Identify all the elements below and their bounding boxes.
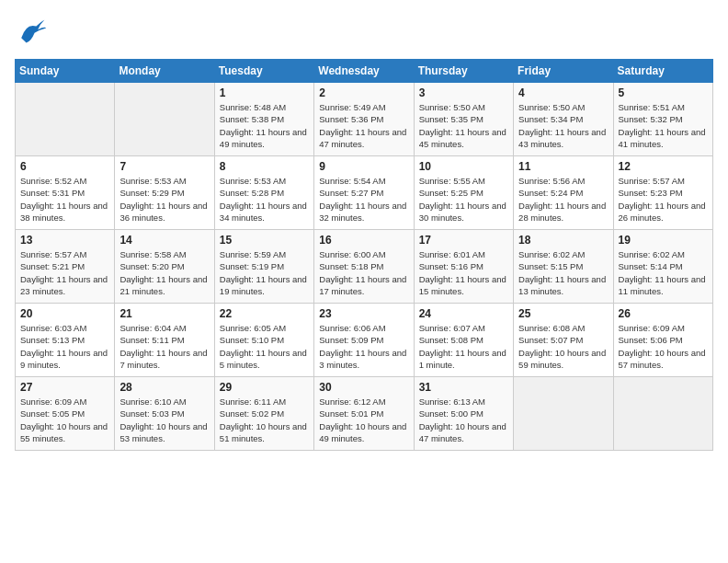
day-number: 29 — [220, 381, 309, 394]
calendar-cell: 7Sunrise: 5:53 AMSunset: 5:29 PMDaylight… — [115, 156, 214, 230]
calendar-cell: 12Sunrise: 5:57 AMSunset: 5:23 PMDayligh… — [613, 156, 712, 230]
weekday-header-friday: Friday — [514, 60, 613, 83]
day-info: Sunrise: 6:09 AMSunset: 5:05 PMDaylight:… — [20, 396, 109, 444]
day-number: 22 — [220, 307, 309, 320]
day-info: Sunrise: 5:53 AMSunset: 5:29 PMDaylight:… — [119, 175, 209, 224]
day-info: Sunrise: 5:57 AMSunset: 5:21 PMDaylight:… — [20, 248, 109, 297]
day-number: 6 — [20, 160, 109, 173]
calendar-week-row: 6Sunrise: 5:52 AMSunset: 5:31 PMDaylight… — [16, 156, 713, 230]
day-number: 31 — [419, 381, 508, 394]
calendar-cell: 10Sunrise: 5:55 AMSunset: 5:25 PMDayligh… — [414, 156, 513, 230]
calendar-week-row: 27Sunrise: 6:09 AMSunset: 5:05 PMDayligh… — [16, 377, 713, 451]
day-number: 20 — [20, 307, 109, 320]
calendar-cell: 16Sunrise: 6:00 AMSunset: 5:18 PMDayligh… — [314, 230, 414, 304]
weekday-header-thursday: Thursday — [414, 60, 513, 83]
day-info: Sunrise: 6:03 AMSunset: 5:13 PMDaylight:… — [20, 322, 109, 371]
weekday-header-sunday: Sunday — [16, 60, 115, 83]
day-number: 23 — [319, 307, 408, 320]
day-info: Sunrise: 6:05 AMSunset: 5:10 PMDaylight:… — [220, 322, 309, 371]
day-info: Sunrise: 5:51 AMSunset: 5:32 PMDaylight:… — [619, 101, 708, 150]
calendar-week-row: 1Sunrise: 5:48 AMSunset: 5:38 PMDaylight… — [16, 83, 713, 156]
calendar-cell: 31Sunrise: 6:13 AMSunset: 5:00 PMDayligh… — [414, 377, 513, 451]
day-info: Sunrise: 5:48 AMSunset: 5:38 PMDaylight:… — [220, 101, 309, 150]
day-info: Sunrise: 5:58 AMSunset: 5:20 PMDaylight:… — [119, 248, 209, 297]
calendar-cell: 30Sunrise: 6:12 AMSunset: 5:01 PMDayligh… — [314, 377, 414, 451]
day-info: Sunrise: 6:07 AMSunset: 5:08 PMDaylight:… — [419, 322, 508, 371]
day-number: 25 — [518, 307, 608, 320]
day-number: 11 — [518, 160, 608, 173]
day-info: Sunrise: 6:06 AMSunset: 5:09 PMDaylight:… — [319, 322, 408, 371]
calendar-cell: 13Sunrise: 5:57 AMSunset: 5:21 PMDayligh… — [16, 230, 115, 304]
day-info: Sunrise: 5:49 AMSunset: 5:36 PMDaylight:… — [319, 101, 408, 150]
day-number: 21 — [119, 307, 209, 320]
calendar-cell — [613, 377, 712, 451]
day-info: Sunrise: 6:11 AMSunset: 5:02 PMDaylight:… — [220, 396, 309, 444]
day-number: 17 — [419, 234, 508, 247]
day-info: Sunrise: 6:13 AMSunset: 5:00 PMDaylight:… — [419, 396, 508, 444]
calendar-cell — [514, 377, 613, 451]
day-number: 15 — [220, 234, 309, 247]
calendar-header-row: SundayMondayTuesdayWednesdayThursdayFrid… — [16, 60, 713, 83]
day-number: 12 — [619, 160, 708, 173]
page-header — [15, 15, 713, 48]
calendar-cell: 25Sunrise: 6:08 AMSunset: 5:07 PMDayligh… — [514, 304, 613, 377]
calendar-table: SundayMondayTuesdayWednesdayThursdayFrid… — [15, 59, 713, 451]
calendar-cell — [115, 83, 214, 156]
calendar-cell: 17Sunrise: 6:01 AMSunset: 5:16 PMDayligh… — [414, 230, 513, 304]
day-number: 10 — [419, 160, 508, 173]
calendar-cell: 3Sunrise: 5:50 AMSunset: 5:35 PMDaylight… — [414, 83, 513, 156]
calendar-cell: 26Sunrise: 6:09 AMSunset: 5:06 PMDayligh… — [613, 304, 712, 377]
day-info: Sunrise: 6:01 AMSunset: 5:16 PMDaylight:… — [419, 248, 508, 297]
calendar-week-row: 13Sunrise: 5:57 AMSunset: 5:21 PMDayligh… — [16, 230, 713, 304]
day-number: 28 — [119, 381, 209, 394]
day-number: 16 — [319, 234, 408, 247]
day-number: 8 — [220, 160, 309, 173]
calendar-cell: 8Sunrise: 5:53 AMSunset: 5:28 PMDaylight… — [214, 156, 313, 230]
calendar-cell: 20Sunrise: 6:03 AMSunset: 5:13 PMDayligh… — [16, 304, 115, 377]
calendar-cell: 1Sunrise: 5:48 AMSunset: 5:38 PMDaylight… — [214, 83, 313, 156]
logo — [15, 15, 53, 48]
day-number: 24 — [419, 307, 508, 320]
calendar-week-row: 20Sunrise: 6:03 AMSunset: 5:13 PMDayligh… — [16, 304, 713, 377]
day-number: 1 — [220, 86, 309, 99]
day-info: Sunrise: 5:57 AMSunset: 5:23 PMDaylight:… — [619, 175, 708, 224]
weekday-header-saturday: Saturday — [613, 60, 712, 83]
day-number: 7 — [119, 160, 209, 173]
day-info: Sunrise: 6:04 AMSunset: 5:11 PMDaylight:… — [119, 322, 209, 371]
calendar-cell: 24Sunrise: 6:07 AMSunset: 5:08 PMDayligh… — [414, 304, 513, 377]
calendar-cell: 9Sunrise: 5:54 AMSunset: 5:27 PMDaylight… — [314, 156, 414, 230]
day-number: 13 — [20, 234, 109, 247]
weekday-header-tuesday: Tuesday — [214, 60, 313, 83]
calendar-cell: 29Sunrise: 6:11 AMSunset: 5:02 PMDayligh… — [214, 377, 313, 451]
calendar-cell: 11Sunrise: 5:56 AMSunset: 5:24 PMDayligh… — [514, 156, 613, 230]
day-number: 19 — [619, 234, 708, 247]
calendar-cell: 6Sunrise: 5:52 AMSunset: 5:31 PMDaylight… — [16, 156, 115, 230]
day-info: Sunrise: 5:50 AMSunset: 5:35 PMDaylight:… — [419, 101, 508, 150]
day-number: 18 — [518, 234, 608, 247]
calendar-cell: 2Sunrise: 5:49 AMSunset: 5:36 PMDaylight… — [314, 83, 414, 156]
calendar-cell: 4Sunrise: 5:50 AMSunset: 5:34 PMDaylight… — [514, 83, 613, 156]
day-info: Sunrise: 5:59 AMSunset: 5:19 PMDaylight:… — [220, 248, 309, 297]
calendar-cell: 19Sunrise: 6:02 AMSunset: 5:14 PMDayligh… — [613, 230, 712, 304]
day-info: Sunrise: 6:00 AMSunset: 5:18 PMDaylight:… — [319, 248, 408, 297]
day-info: Sunrise: 6:12 AMSunset: 5:01 PMDaylight:… — [319, 396, 408, 444]
day-info: Sunrise: 6:02 AMSunset: 5:14 PMDaylight:… — [619, 248, 708, 297]
day-info: Sunrise: 5:50 AMSunset: 5:34 PMDaylight:… — [518, 101, 608, 150]
logo-bird-icon — [15, 15, 48, 48]
day-info: Sunrise: 5:55 AMSunset: 5:25 PMDaylight:… — [419, 175, 508, 224]
day-number: 9 — [319, 160, 408, 173]
day-info: Sunrise: 6:09 AMSunset: 5:06 PMDaylight:… — [619, 322, 708, 371]
day-number: 4 — [518, 86, 608, 99]
day-number: 5 — [619, 86, 708, 99]
day-info: Sunrise: 6:08 AMSunset: 5:07 PMDaylight:… — [518, 322, 608, 371]
day-number: 27 — [20, 381, 109, 394]
calendar-cell: 21Sunrise: 6:04 AMSunset: 5:11 PMDayligh… — [115, 304, 214, 377]
day-number: 2 — [319, 86, 408, 99]
day-info: Sunrise: 5:53 AMSunset: 5:28 PMDaylight:… — [220, 175, 309, 224]
day-info: Sunrise: 6:10 AMSunset: 5:03 PMDaylight:… — [119, 396, 209, 444]
weekday-header-monday: Monday — [115, 60, 214, 83]
calendar-cell: 15Sunrise: 5:59 AMSunset: 5:19 PMDayligh… — [214, 230, 313, 304]
day-number: 3 — [419, 86, 508, 99]
day-number: 30 — [319, 381, 408, 394]
day-info: Sunrise: 5:54 AMSunset: 5:27 PMDaylight:… — [319, 175, 408, 224]
